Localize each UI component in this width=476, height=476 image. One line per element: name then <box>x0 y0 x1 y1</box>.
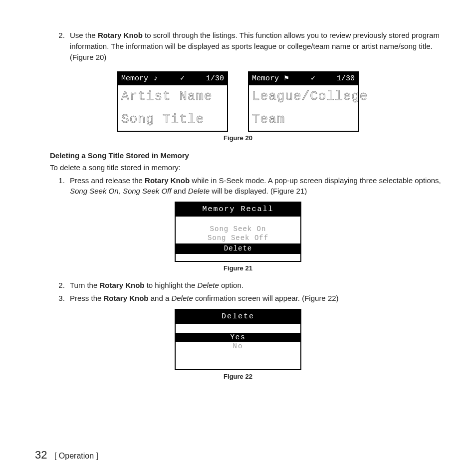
top-steps: Use the Rotary Knob to scroll through th… <box>35 30 441 62</box>
league-line: League/College <box>249 85 358 108</box>
delete-step-3: Press the Rotary Knob and a Delete confi… <box>67 293 441 304</box>
option-song-seek-off: Song Seek Off <box>176 234 300 242</box>
page-footer: 32 [ Operation ] <box>35 447 98 463</box>
figure-20-caption: Figure 20 <box>35 134 441 143</box>
lcd-music-header: Memory ♪ ✓ 1/30 <box>118 72 227 85</box>
lcd-sports-header: Memory ⚑ ✓ 1/30 <box>249 72 358 85</box>
manual-page: Use the Rotary Knob to scroll through th… <box>0 0 476 476</box>
lcd-memory-recall: Memory Recall Song Seek On Song Seek Off… <box>175 202 301 261</box>
option-song-seek-on: Song Seek On <box>176 225 300 234</box>
check-icon: ✓ <box>310 73 316 84</box>
option-delete-selected: Delete <box>176 243 300 253</box>
rotary-knob-term: Rotary Knob <box>98 31 143 39</box>
confirm-no: No <box>176 342 300 351</box>
delete-steps-b: Turn the Rotary Knob to highlight the De… <box>35 280 441 304</box>
delete-step-2: Turn the Rotary Knob to highlight the De… <box>67 280 441 291</box>
confirm-yes-selected: Yes <box>176 333 300 342</box>
team-line: Team <box>249 108 358 131</box>
figure-22-caption: Figure 22 <box>35 372 441 382</box>
delete-title: Delete <box>176 310 300 324</box>
lcd-music: Memory ♪ ✓ 1/30 Artist Name Song Title <box>117 71 228 132</box>
memory-count: 1/30 <box>206 73 224 84</box>
flag-icon: ⚑ <box>283 73 289 84</box>
step-2-top: Use the Rotary Knob to scroll through th… <box>67 30 441 62</box>
song-title-line: Song Title <box>118 108 227 131</box>
delete-step-1: Press and release the Rotary Knob while … <box>67 175 441 197</box>
section-name: Operation <box>59 452 94 460</box>
memory-recall-title: Memory Recall <box>176 203 300 217</box>
artist-name-line: Artist Name <box>118 85 227 108</box>
page-number: 32 <box>35 449 47 461</box>
figure-21-caption: Figure 21 <box>35 264 441 273</box>
lcd-sports: Memory ⚑ ✓ 1/30 League/College Team <box>248 71 359 132</box>
delete-steps-a: Press and release the Rotary Knob while … <box>35 175 441 197</box>
memory-count: 1/30 <box>337 73 355 84</box>
check-icon: ✓ <box>180 73 186 84</box>
figure-20-row: Memory ♪ ✓ 1/30 Artist Name Song Title M… <box>35 71 441 132</box>
delete-intro: To delete a song title stored in memory: <box>50 162 441 173</box>
subheading: Deleting a Song Title Stored in Memory <box>50 150 441 161</box>
lcd-delete-confirm: Delete Yes No <box>175 309 301 370</box>
music-note-icon: ♪ <box>153 73 159 84</box>
